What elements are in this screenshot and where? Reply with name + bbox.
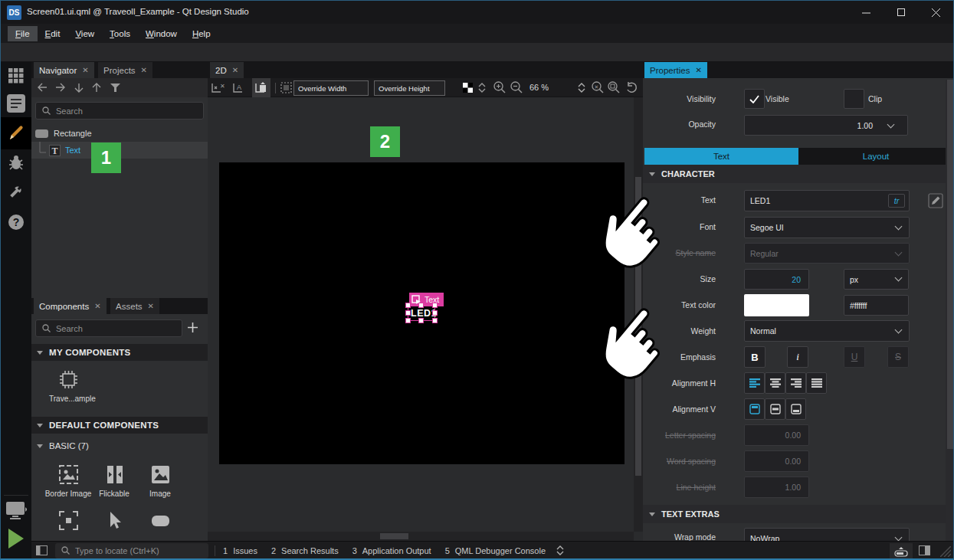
zoom-selection-icon[interactable]: ✕ [592, 81, 604, 93]
live-preview-icon[interactable] [1, 500, 31, 520]
bg-spinner[interactable] [478, 83, 486, 93]
clip-checkbox[interactable] [844, 89, 864, 109]
right-sidebar-toggle-icon[interactable] [919, 545, 930, 555]
minimize-button[interactable] [848, 1, 884, 24]
tab-assets[interactable]: Assets✕ [110, 298, 159, 314]
snapping-anchors-icon[interactable]: A [233, 81, 246, 94]
edit-text-button[interactable] [928, 193, 943, 208]
align-right-button[interactable] [785, 372, 806, 394]
style-name-dropdown[interactable]: Regular [744, 243, 910, 264]
wrap-mode-dropdown[interactable]: NoWrap [744, 528, 910, 541]
output-pane-appoutput[interactable]: 3Application Output [352, 546, 431, 555]
debug-mode-icon[interactable] [1, 154, 31, 171]
menu-tools[interactable]: Tools [102, 26, 138, 41]
build-progress-icon[interactable] [890, 543, 913, 559]
font-dropdown[interactable]: Segoe UI [744, 217, 910, 238]
menu-help[interactable]: Help [185, 26, 218, 41]
tab-navigator[interactable]: Navigator✕ [34, 62, 94, 78]
maximize-button[interactable] [884, 1, 919, 24]
show-bounds-icon[interactable] [280, 81, 293, 94]
align-center-h-button[interactable] [765, 372, 785, 394]
menu-edit[interactable]: Edit [38, 26, 68, 41]
output-pane-qmldebugger[interactable]: 5QML Debugger Console [445, 546, 546, 555]
section-basic[interactable]: BASIC (7) [37, 441, 89, 450]
override-width-input[interactable]: Override Width [293, 80, 369, 96]
align-bottom-button[interactable] [785, 398, 806, 420]
component-travel-example[interactable]: Trave...ample [49, 369, 87, 408]
locator-input[interactable]: Type to locate (Ctrl+K) [55, 543, 208, 558]
tab-layout[interactable]: Layout [798, 148, 953, 165]
output-pane-spinner[interactable] [556, 545, 564, 555]
menu-window[interactable]: Window [138, 26, 185, 41]
section-text-extras[interactable]: TEXT EXTRAS [643, 505, 954, 523]
welcome-mode-icon[interactable] [1, 68, 31, 84]
snapping-icon-selected[interactable] [252, 78, 270, 97]
align-center-v-button[interactable] [765, 398, 785, 420]
line-height-field[interactable]: 1.00 [744, 476, 809, 498]
close-button[interactable] [918, 1, 953, 24]
output-pane-issues[interactable]: 1Issues [223, 546, 257, 555]
section-my-components[interactable]: MY COMPONENTS [31, 344, 208, 361]
edit-mode-icon[interactable] [1, 94, 31, 113]
override-height-input[interactable]: Override Height [374, 80, 445, 96]
component-image[interactable]: Image [137, 464, 183, 498]
nav-moveup-icon[interactable] [92, 83, 101, 93]
design-mode-selected[interactable] [1, 117, 31, 149]
section-character[interactable]: CHARACTER [643, 165, 954, 183]
projects-mode-icon[interactable] [1, 183, 31, 200]
tab-2d[interactable]: 2D✕ [210, 62, 244, 78]
zoom-fit-icon[interactable] [608, 81, 620, 93]
align-left-button[interactable] [744, 372, 765, 394]
align-justify-button[interactable] [806, 372, 827, 394]
weight-dropdown[interactable]: Normal [744, 320, 910, 342]
canvas-hscrollbar[interactable] [208, 532, 634, 541]
color-hex-field[interactable]: #ffffff [844, 295, 909, 316]
nav-movedown-icon[interactable] [74, 83, 84, 93]
canvas-area[interactable]: Text LED1 [208, 97, 643, 541]
run-project-icon[interactable] [1, 528, 31, 549]
tr-button[interactable]: tr [888, 194, 905, 208]
output-pane-search[interactable]: 2Search Results [271, 546, 339, 555]
tab-text[interactable]: Text [644, 148, 798, 165]
align-top-button[interactable] [744, 398, 765, 420]
navigator-search-input[interactable]: Search [35, 102, 204, 120]
strikeout-button[interactable]: S [887, 346, 909, 368]
nav-filter-icon[interactable] [110, 84, 120, 92]
component-mousearea[interactable] [95, 510, 133, 531]
add-module-button[interactable] [187, 322, 198, 333]
tab-projects[interactable]: Projects✕ [98, 62, 152, 78]
components-search-input[interactable]: Search [35, 319, 182, 337]
properties-scrollbar[interactable] [946, 80, 954, 541]
tab-properties[interactable]: Properties✕ [644, 62, 707, 78]
component-item[interactable] [49, 510, 87, 531]
size-field[interactable]: 20 [744, 269, 809, 290]
italic-button[interactable]: i [787, 346, 808, 368]
underline-button[interactable]: U [844, 346, 865, 368]
help-mode-icon[interactable]: ? [1, 214, 31, 231]
text-field[interactable]: LED1 tr [744, 190, 910, 211]
canvas-zoom-spinner[interactable] [578, 83, 585, 93]
reset-view-icon[interactable] [626, 82, 638, 93]
tree-item-rectangle[interactable]: Rectangle [31, 125, 208, 142]
component-flickable[interactable]: Flickable [91, 464, 137, 498]
resize-grip[interactable] [940, 546, 951, 557]
menu-file[interactable]: File [8, 26, 38, 41]
zoom-in-icon[interactable] [493, 81, 506, 93]
visible-checkbox[interactable] [744, 89, 765, 109]
opacity-field[interactable]: 1.00 [744, 115, 908, 136]
word-spacing-field[interactable]: 0.00 [744, 450, 809, 472]
section-default-components[interactable]: DEFAULT COMPONENTS [31, 417, 208, 434]
zoom-out-icon[interactable] [510, 81, 523, 93]
letter-spacing-field[interactable]: 0.00 [744, 424, 809, 446]
nav-back-icon[interactable] [38, 83, 48, 92]
no-snapping-icon[interactable]: ✕ [211, 81, 225, 94]
bold-button[interactable]: B [744, 346, 765, 368]
tab-components[interactable]: Components✕ [34, 298, 107, 314]
nav-forward-icon[interactable] [55, 83, 65, 92]
component-rectangle[interactable] [141, 510, 179, 531]
sidebar-toggle-icon[interactable] [36, 545, 48, 555]
background-color-icon[interactable] [463, 83, 473, 93]
canvas-zoom-value[interactable]: 66 % [529, 83, 549, 92]
color-swatch[interactable] [744, 294, 809, 316]
component-border-image[interactable]: Border Image [41, 464, 95, 498]
